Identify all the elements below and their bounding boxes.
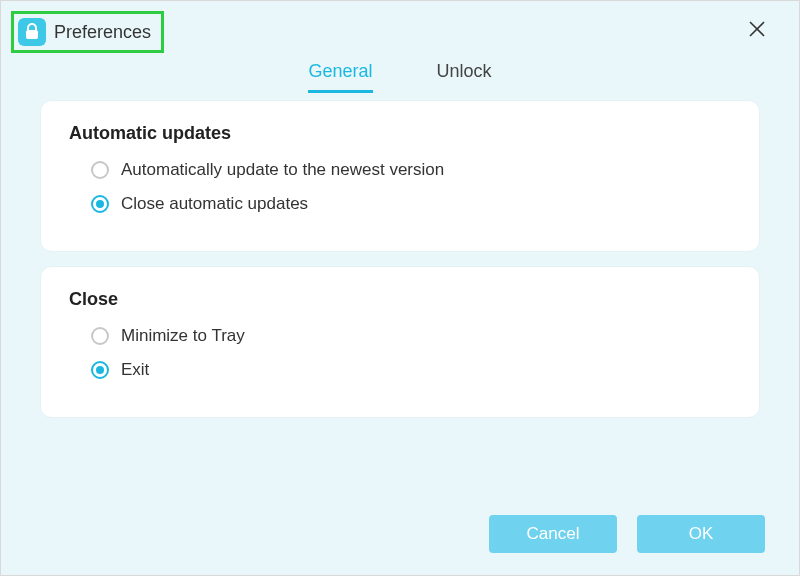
tab-bar: General Unlock [1, 61, 799, 93]
radio-label: Close automatic updates [121, 194, 308, 214]
cancel-button[interactable]: Cancel [489, 515, 617, 553]
section-title-close: Close [69, 289, 731, 310]
tab-unlock[interactable]: Unlock [437, 61, 492, 93]
dialog-footer: Cancel OK [489, 515, 765, 553]
radio-label: Exit [121, 360, 149, 380]
radio-icon [91, 361, 109, 379]
close-icon [748, 20, 766, 42]
close-button[interactable] [745, 19, 769, 43]
section-automatic-updates: Automatic updates Automatically update t… [41, 101, 759, 251]
radio-close-updates[interactable]: Close automatic updates [91, 194, 731, 214]
lock-icon [18, 18, 46, 46]
section-close: Close Minimize to Tray Exit [41, 267, 759, 417]
radio-label: Automatically update to the newest versi… [121, 160, 444, 180]
svg-rect-0 [26, 30, 38, 39]
window-title: Preferences [54, 22, 151, 43]
tab-general[interactable]: General [308, 61, 372, 93]
section-title-updates: Automatic updates [69, 123, 731, 144]
preferences-dialog: Preferences General Unlock Automatic upd… [0, 0, 800, 576]
radio-icon [91, 161, 109, 179]
radio-minimize-tray[interactable]: Minimize to Tray [91, 326, 731, 346]
ok-button[interactable]: OK [637, 515, 765, 553]
radio-exit[interactable]: Exit [91, 360, 731, 380]
radio-icon [91, 327, 109, 345]
radio-icon [91, 195, 109, 213]
radio-auto-update[interactable]: Automatically update to the newest versi… [91, 160, 731, 180]
titlebar: Preferences [11, 11, 164, 53]
radio-label: Minimize to Tray [121, 326, 245, 346]
